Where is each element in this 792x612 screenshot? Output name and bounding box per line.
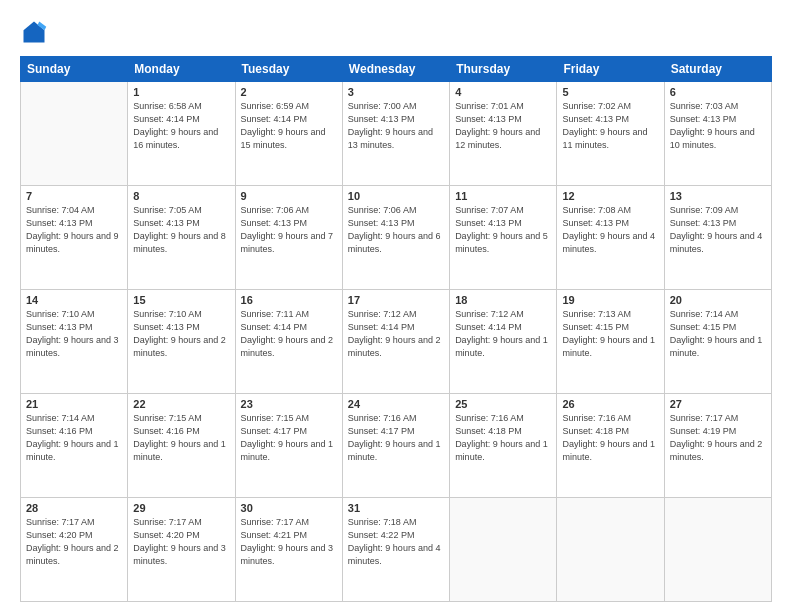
day-info: Sunrise: 7:00 AMSunset: 4:13 PMDaylight:… bbox=[348, 100, 444, 152]
day-number: 30 bbox=[241, 502, 337, 514]
day-info: Sunrise: 7:05 AMSunset: 4:13 PMDaylight:… bbox=[133, 204, 229, 256]
calendar-cell: 17Sunrise: 7:12 AMSunset: 4:14 PMDayligh… bbox=[342, 290, 449, 394]
calendar-cell: 21Sunrise: 7:14 AMSunset: 4:16 PMDayligh… bbox=[21, 394, 128, 498]
calendar-cell: 18Sunrise: 7:12 AMSunset: 4:14 PMDayligh… bbox=[450, 290, 557, 394]
day-number: 2 bbox=[241, 86, 337, 98]
calendar-weekday-tuesday: Tuesday bbox=[235, 57, 342, 82]
calendar-cell: 24Sunrise: 7:16 AMSunset: 4:17 PMDayligh… bbox=[342, 394, 449, 498]
calendar-cell: 27Sunrise: 7:17 AMSunset: 4:19 PMDayligh… bbox=[664, 394, 771, 498]
calendar-cell: 14Sunrise: 7:10 AMSunset: 4:13 PMDayligh… bbox=[21, 290, 128, 394]
calendar-cell: 8Sunrise: 7:05 AMSunset: 4:13 PMDaylight… bbox=[128, 186, 235, 290]
calendar-week-row: 28Sunrise: 7:17 AMSunset: 4:20 PMDayligh… bbox=[21, 498, 772, 602]
calendar-cell: 19Sunrise: 7:13 AMSunset: 4:15 PMDayligh… bbox=[557, 290, 664, 394]
day-info: Sunrise: 7:12 AMSunset: 4:14 PMDaylight:… bbox=[455, 308, 551, 360]
day-number: 16 bbox=[241, 294, 337, 306]
day-number: 31 bbox=[348, 502, 444, 514]
day-number: 9 bbox=[241, 190, 337, 202]
day-info: Sunrise: 7:10 AMSunset: 4:13 PMDaylight:… bbox=[133, 308, 229, 360]
day-info: Sunrise: 7:03 AMSunset: 4:13 PMDaylight:… bbox=[670, 100, 766, 152]
day-info: Sunrise: 7:11 AMSunset: 4:14 PMDaylight:… bbox=[241, 308, 337, 360]
calendar-cell: 2Sunrise: 6:59 AMSunset: 4:14 PMDaylight… bbox=[235, 82, 342, 186]
calendar-weekday-sunday: Sunday bbox=[21, 57, 128, 82]
day-info: Sunrise: 7:16 AMSunset: 4:18 PMDaylight:… bbox=[562, 412, 658, 464]
calendar-weekday-saturday: Saturday bbox=[664, 57, 771, 82]
calendar-weekday-friday: Friday bbox=[557, 57, 664, 82]
day-info: Sunrise: 6:59 AMSunset: 4:14 PMDaylight:… bbox=[241, 100, 337, 152]
calendar-cell: 30Sunrise: 7:17 AMSunset: 4:21 PMDayligh… bbox=[235, 498, 342, 602]
day-number: 3 bbox=[348, 86, 444, 98]
day-number: 1 bbox=[133, 86, 229, 98]
calendar-cell: 10Sunrise: 7:06 AMSunset: 4:13 PMDayligh… bbox=[342, 186, 449, 290]
calendar-cell: 12Sunrise: 7:08 AMSunset: 4:13 PMDayligh… bbox=[557, 186, 664, 290]
day-number: 4 bbox=[455, 86, 551, 98]
day-info: Sunrise: 7:15 AMSunset: 4:16 PMDaylight:… bbox=[133, 412, 229, 464]
day-info: Sunrise: 7:14 AMSunset: 4:15 PMDaylight:… bbox=[670, 308, 766, 360]
page: SundayMondayTuesdayWednesdayThursdayFrid… bbox=[0, 0, 792, 612]
day-number: 20 bbox=[670, 294, 766, 306]
calendar-cell bbox=[21, 82, 128, 186]
day-number: 26 bbox=[562, 398, 658, 410]
day-number: 10 bbox=[348, 190, 444, 202]
calendar-cell: 3Sunrise: 7:00 AMSunset: 4:13 PMDaylight… bbox=[342, 82, 449, 186]
calendar-cell: 15Sunrise: 7:10 AMSunset: 4:13 PMDayligh… bbox=[128, 290, 235, 394]
calendar-cell: 26Sunrise: 7:16 AMSunset: 4:18 PMDayligh… bbox=[557, 394, 664, 498]
day-info: Sunrise: 7:06 AMSunset: 4:13 PMDaylight:… bbox=[348, 204, 444, 256]
day-info: Sunrise: 7:06 AMSunset: 4:13 PMDaylight:… bbox=[241, 204, 337, 256]
calendar-cell: 23Sunrise: 7:15 AMSunset: 4:17 PMDayligh… bbox=[235, 394, 342, 498]
calendar-cell: 29Sunrise: 7:17 AMSunset: 4:20 PMDayligh… bbox=[128, 498, 235, 602]
day-info: Sunrise: 7:09 AMSunset: 4:13 PMDaylight:… bbox=[670, 204, 766, 256]
day-number: 29 bbox=[133, 502, 229, 514]
calendar-cell bbox=[664, 498, 771, 602]
day-info: Sunrise: 7:17 AMSunset: 4:20 PMDaylight:… bbox=[26, 516, 122, 568]
calendar-cell: 20Sunrise: 7:14 AMSunset: 4:15 PMDayligh… bbox=[664, 290, 771, 394]
day-number: 7 bbox=[26, 190, 122, 202]
calendar-week-row: 21Sunrise: 7:14 AMSunset: 4:16 PMDayligh… bbox=[21, 394, 772, 498]
calendar-header-row: SundayMondayTuesdayWednesdayThursdayFrid… bbox=[21, 57, 772, 82]
day-info: Sunrise: 7:17 AMSunset: 4:20 PMDaylight:… bbox=[133, 516, 229, 568]
day-number: 19 bbox=[562, 294, 658, 306]
calendar-weekday-wednesday: Wednesday bbox=[342, 57, 449, 82]
calendar-cell: 28Sunrise: 7:17 AMSunset: 4:20 PMDayligh… bbox=[21, 498, 128, 602]
logo bbox=[20, 18, 52, 46]
day-number: 13 bbox=[670, 190, 766, 202]
calendar-week-row: 1Sunrise: 6:58 AMSunset: 4:14 PMDaylight… bbox=[21, 82, 772, 186]
day-info: Sunrise: 7:16 AMSunset: 4:18 PMDaylight:… bbox=[455, 412, 551, 464]
day-number: 6 bbox=[670, 86, 766, 98]
calendar-table: SundayMondayTuesdayWednesdayThursdayFrid… bbox=[20, 56, 772, 602]
day-info: Sunrise: 7:13 AMSunset: 4:15 PMDaylight:… bbox=[562, 308, 658, 360]
calendar-cell: 1Sunrise: 6:58 AMSunset: 4:14 PMDaylight… bbox=[128, 82, 235, 186]
calendar-cell: 31Sunrise: 7:18 AMSunset: 4:22 PMDayligh… bbox=[342, 498, 449, 602]
calendar-weekday-thursday: Thursday bbox=[450, 57, 557, 82]
calendar-cell bbox=[450, 498, 557, 602]
day-number: 21 bbox=[26, 398, 122, 410]
day-number: 14 bbox=[26, 294, 122, 306]
day-info: Sunrise: 7:17 AMSunset: 4:19 PMDaylight:… bbox=[670, 412, 766, 464]
calendar-cell: 13Sunrise: 7:09 AMSunset: 4:13 PMDayligh… bbox=[664, 186, 771, 290]
day-number: 18 bbox=[455, 294, 551, 306]
day-info: Sunrise: 7:01 AMSunset: 4:13 PMDaylight:… bbox=[455, 100, 551, 152]
day-info: Sunrise: 7:07 AMSunset: 4:13 PMDaylight:… bbox=[455, 204, 551, 256]
day-number: 12 bbox=[562, 190, 658, 202]
day-number: 17 bbox=[348, 294, 444, 306]
calendar-cell: 9Sunrise: 7:06 AMSunset: 4:13 PMDaylight… bbox=[235, 186, 342, 290]
day-number: 28 bbox=[26, 502, 122, 514]
calendar-cell: 6Sunrise: 7:03 AMSunset: 4:13 PMDaylight… bbox=[664, 82, 771, 186]
header bbox=[20, 18, 772, 46]
day-info: Sunrise: 7:16 AMSunset: 4:17 PMDaylight:… bbox=[348, 412, 444, 464]
day-info: Sunrise: 6:58 AMSunset: 4:14 PMDaylight:… bbox=[133, 100, 229, 152]
day-number: 27 bbox=[670, 398, 766, 410]
day-info: Sunrise: 7:12 AMSunset: 4:14 PMDaylight:… bbox=[348, 308, 444, 360]
day-number: 5 bbox=[562, 86, 658, 98]
calendar-cell: 11Sunrise: 7:07 AMSunset: 4:13 PMDayligh… bbox=[450, 186, 557, 290]
day-info: Sunrise: 7:10 AMSunset: 4:13 PMDaylight:… bbox=[26, 308, 122, 360]
day-info: Sunrise: 7:15 AMSunset: 4:17 PMDaylight:… bbox=[241, 412, 337, 464]
day-number: 22 bbox=[133, 398, 229, 410]
day-number: 24 bbox=[348, 398, 444, 410]
day-info: Sunrise: 7:02 AMSunset: 4:13 PMDaylight:… bbox=[562, 100, 658, 152]
calendar-cell: 22Sunrise: 7:15 AMSunset: 4:16 PMDayligh… bbox=[128, 394, 235, 498]
day-info: Sunrise: 7:04 AMSunset: 4:13 PMDaylight:… bbox=[26, 204, 122, 256]
calendar-week-row: 7Sunrise: 7:04 AMSunset: 4:13 PMDaylight… bbox=[21, 186, 772, 290]
calendar-cell: 16Sunrise: 7:11 AMSunset: 4:14 PMDayligh… bbox=[235, 290, 342, 394]
day-info: Sunrise: 7:18 AMSunset: 4:22 PMDaylight:… bbox=[348, 516, 444, 568]
day-number: 23 bbox=[241, 398, 337, 410]
